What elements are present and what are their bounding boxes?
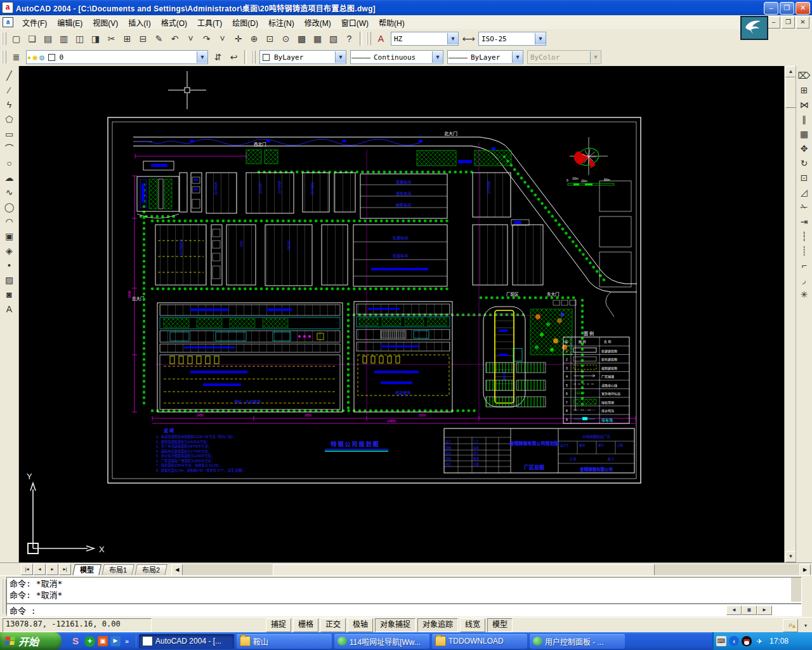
misc-tray-icon[interactable]: ✈ xyxy=(754,636,764,646)
quick-launch-icon[interactable]: ▣ xyxy=(98,636,108,646)
draw-tool-icon[interactable]: ⬠ xyxy=(2,112,17,127)
scroll-down-icon[interactable]: ▼ xyxy=(785,551,796,562)
command-hscroll-thumb[interactable]: ▦ xyxy=(742,606,757,615)
taskbar-task[interactable]: 用户控制面板 - ... xyxy=(530,634,625,649)
close-button[interactable]: ✕ xyxy=(796,2,810,15)
draw-tool-icon[interactable]: ▣ xyxy=(2,229,17,244)
chevron-down-icon[interactable]: ▼ xyxy=(335,51,346,63)
modify-tool-icon[interactable]: ◞ xyxy=(797,273,812,288)
status-more-icon[interactable]: ▾ xyxy=(804,623,807,628)
chevron-down-icon[interactable]: ▼ xyxy=(535,33,546,44)
toolbar-icon[interactable]: ❏ xyxy=(25,32,39,46)
modify-tool-icon[interactable]: ∥ xyxy=(797,112,812,127)
toolbar-icon[interactable]: ▤ xyxy=(41,32,55,46)
scroll-right-icon[interactable]: ▶ xyxy=(799,564,811,576)
draw-tool-icon[interactable]: ∕ xyxy=(2,83,17,98)
draw-tool-icon[interactable]: ▭ xyxy=(2,127,17,142)
qq-icon[interactable] xyxy=(742,636,752,646)
layer-combo[interactable]: ● ◉ ◍ 0 ▼ xyxy=(26,50,208,64)
command-grip[interactable] xyxy=(2,580,6,614)
menu-item[interactable]: 帮助(H) xyxy=(374,15,410,30)
toolbar-icon[interactable]: ⊙ xyxy=(278,32,293,46)
command-scrollbar[interactable] xyxy=(791,578,801,602)
status-toggle-button[interactable]: 对象捕捉 xyxy=(375,618,416,632)
draw-tool-icon[interactable]: ▨ xyxy=(2,273,17,288)
chevron-down-icon[interactable]: ▼ xyxy=(447,33,458,44)
modify-tool-icon[interactable]: ⊞ xyxy=(797,83,812,98)
taskbar-task[interactable]: 鞍山 xyxy=(237,634,332,649)
document-icon[interactable]: a xyxy=(3,17,13,27)
draw-tool-icon[interactable]: • xyxy=(2,258,17,273)
toolbar-icon[interactable]: ▩ xyxy=(294,32,309,46)
toolbar-icon[interactable]: ✂ xyxy=(104,32,119,46)
taskbar-task[interactable]: 114啦网址导航[Ww... xyxy=(334,634,429,649)
horizontal-scrollbar[interactable]: ◀ ▶ xyxy=(171,564,811,575)
modify-tool-icon[interactable]: ✥ xyxy=(797,142,812,156)
scroll-left-icon[interactable]: ◀ xyxy=(726,606,742,615)
model-space-canvas[interactable]: 西北门 北大门 总大门 xyxy=(19,66,785,562)
modify-tool-icon[interactable]: ✁ xyxy=(797,200,812,215)
tab-nav-button[interactable]: ◂ xyxy=(34,564,46,575)
text-style-combo[interactable]: HZ ▼ xyxy=(391,32,459,46)
layout-tab[interactable]: 模型 xyxy=(72,564,102,576)
status-toggle-button[interactable]: 极轴 xyxy=(348,618,373,632)
toolbar-grip[interactable] xyxy=(2,51,6,63)
command-history[interactable]: 命令: *取消* 命令: *取消* xyxy=(7,578,801,604)
start-button[interactable]: 开始 xyxy=(0,632,62,650)
chevron-down-icon[interactable]: ▼ xyxy=(512,51,523,63)
toolbar-icon[interactable]: ◫ xyxy=(72,32,87,46)
layout-tab[interactable]: 布局1 xyxy=(102,564,134,576)
restore-button[interactable]: ❐ xyxy=(780,2,794,15)
taskbar-task[interactable]: TDDOWNLOAD xyxy=(432,634,527,649)
toolbar-icon[interactable]: ✛ xyxy=(231,32,246,46)
toolbar-icon[interactable]: ▢ xyxy=(9,32,23,46)
doc-close-button[interactable]: ✕ xyxy=(796,17,809,29)
quick-launch-icon[interactable]: ▶ xyxy=(110,636,121,646)
toolbar-icon[interactable]: ⊟ xyxy=(136,32,150,46)
modify-tool-icon[interactable]: ⋈ xyxy=(797,98,812,112)
toolbar-icon[interactable]: ↷ xyxy=(199,32,214,46)
toolbar-icon[interactable]: ↶ xyxy=(167,32,182,46)
modify-tool-icon[interactable]: ┆ xyxy=(797,229,812,244)
toolbar-icon[interactable]: ˅ xyxy=(215,32,230,46)
toolbar-grip[interactable] xyxy=(2,32,6,45)
menu-item[interactable]: 绘图(D) xyxy=(227,15,263,30)
toolbar-icon[interactable]: ˅ xyxy=(183,32,198,46)
draw-tool-icon[interactable]: ◯ xyxy=(2,200,17,215)
scroll-up-icon[interactable]: ▲ xyxy=(785,66,796,77)
minimize-button[interactable]: – xyxy=(764,2,778,15)
toolbar-icon[interactable]: ◨ xyxy=(88,32,103,46)
status-toggle-button[interactable]: 线宽 xyxy=(460,618,485,632)
tab-nav-button[interactable]: ▸ xyxy=(46,564,58,575)
scroll-left-icon[interactable]: ◀ xyxy=(171,564,183,576)
modify-tool-icon[interactable]: ┊ xyxy=(797,244,812,258)
toolbar-icon[interactable]: ▧ xyxy=(326,32,341,46)
tab-nav-button[interactable]: ▸| xyxy=(59,564,71,575)
layer-properties-icon[interactable]: ≣ xyxy=(9,50,23,64)
menu-item[interactable]: 文件(F) xyxy=(17,15,52,30)
quick-launch-icon[interactable]: S xyxy=(69,635,82,647)
modify-tool-icon[interactable]: ▦ xyxy=(797,127,812,142)
menu-item[interactable]: 修改(M) xyxy=(299,15,336,30)
draw-tool-icon[interactable]: ○ xyxy=(2,156,17,171)
communication-center-icon[interactable]: ⌕▲ xyxy=(783,619,798,632)
toolbar-icon[interactable]: ▥ xyxy=(56,32,71,46)
doc-minimize-button[interactable]: – xyxy=(767,17,780,29)
layer-previous-icon[interactable]: ↩ xyxy=(226,50,241,64)
vertical-scrollbar[interactable]: ▲ ▼ xyxy=(784,66,796,562)
toolbar-icon[interactable]: ▦ xyxy=(310,32,325,46)
draw-tool-icon[interactable]: ◙ xyxy=(2,288,17,302)
keyboard-icon[interactable]: ⌨ xyxy=(716,636,726,646)
menu-item[interactable]: 编辑(E) xyxy=(52,15,88,30)
dim-style-combo[interactable]: ISO-25 ▼ xyxy=(478,32,546,46)
ime-bird-icon[interactable] xyxy=(740,16,768,40)
menu-item[interactable]: 标注(N) xyxy=(263,15,299,30)
status-toggle-button[interactable]: 正交 xyxy=(320,618,346,632)
menu-item[interactable]: 窗口(W) xyxy=(336,15,374,30)
status-toggle-button[interactable]: 捕捉 xyxy=(266,618,291,632)
color-combo[interactable]: ByLayer ▼ xyxy=(259,50,346,64)
draw-tool-icon[interactable]: ◈ xyxy=(2,244,17,258)
taskbar-task[interactable]: AutoCAD 2004 - [... xyxy=(139,634,234,649)
chevron-down-icon[interactable]: ▼ xyxy=(432,51,443,63)
toolbar-grip[interactable] xyxy=(367,32,371,45)
